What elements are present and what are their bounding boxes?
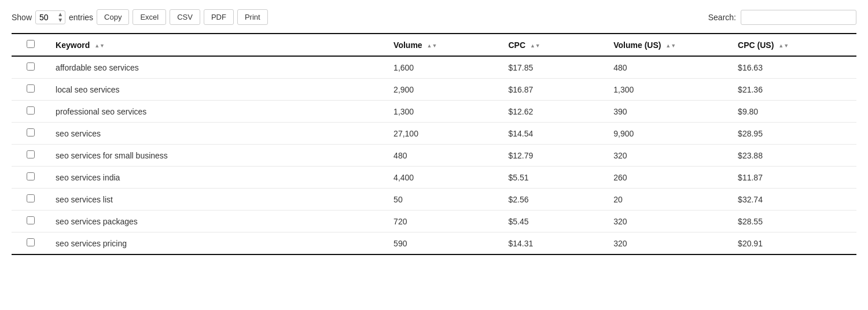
sort-arrows-cpc: ▲▼ [530,43,540,48]
row-checkbox-cell[interactable] [12,167,50,189]
cell-keyword: seo services list [50,189,388,211]
table-header: Keyword ▲▼ Volume ▲▼ CPC ▲▼ Volume (US) … [12,34,856,56]
table-row: seo services for small business480$12.79… [12,145,856,167]
sort-arrows-volume-us: ▲▼ [665,43,676,48]
row-checkbox-cell[interactable] [12,101,50,123]
entries-label: entries [69,13,93,22]
row-checkbox[interactable] [27,216,35,224]
show-label: Show [12,13,32,22]
cell-cpc: $14.54 [502,123,608,145]
cell-cpc: $17.85 [502,56,608,79]
cell-cpc-us: $23.88 [732,145,856,167]
table-body: affordable seo services1,600$17.85480$16… [12,56,856,254]
row-checkbox-cell[interactable] [12,56,50,79]
table-row: seo services packages720$5.45320$28.55 [12,211,856,232]
cell-volume: 590 [388,232,502,255]
row-checkbox-cell[interactable] [12,145,50,167]
row-checkbox-cell[interactable] [12,211,50,232]
sort-arrows-volume: ▲▼ [427,43,437,48]
cell-cpc-us: $28.95 [732,123,856,145]
row-checkbox[interactable] [27,106,35,115]
cell-volume-us: 320 [608,211,732,232]
cell-volume-us: 260 [608,167,732,189]
sort-arrows-keyword: ▲▼ [94,43,105,48]
cell-volume: 27,100 [388,123,502,145]
cell-volume: 720 [388,211,502,232]
search-label: Search: [708,13,736,22]
cell-volume-us: 9,900 [608,123,732,145]
cell-cpc-us: $32.74 [732,189,856,211]
cell-cpc: $5.45 [502,211,608,232]
left-controls: Show 50 10 25 100 ▲▼ entries Copy Excel … [12,9,268,25]
cell-keyword: seo services packages [50,211,388,232]
cell-cpc-us: $11.87 [732,167,856,189]
cell-keyword: seo services india [50,167,388,189]
cell-volume: 50 [388,189,502,211]
right-controls: Search: [708,10,856,25]
cell-keyword: affordable seo services [50,56,388,79]
header-cpc[interactable]: CPC ▲▼ [502,34,608,56]
header-keyword[interactable]: Keyword ▲▼ [50,34,388,56]
cell-volume-us: 480 [608,56,732,79]
header-row: Keyword ▲▼ Volume ▲▼ CPC ▲▼ Volume (US) … [12,34,856,56]
cell-cpc: $16.87 [502,79,608,101]
row-checkbox[interactable] [27,172,35,180]
header-cpc-us[interactable]: CPC (US) ▲▼ [732,34,856,56]
cell-cpc-us: $21.36 [732,79,856,101]
row-checkbox[interactable] [27,238,35,246]
entries-select[interactable]: 50 10 25 100 [35,10,65,24]
row-checkbox[interactable] [27,84,35,93]
row-checkbox-cell[interactable] [12,232,50,255]
table-row: seo services list50$2.5620$32.74 [12,189,856,211]
cell-volume: 2,900 [388,79,502,101]
table-row: local seo services2,900$16.871,300$21.36 [12,79,856,101]
table-row: professional seo services1,300$12.62390$… [12,101,856,123]
cell-cpc: $12.62 [502,101,608,123]
cell-keyword: local seo services [50,79,388,101]
row-checkbox[interactable] [27,150,35,158]
row-checkbox[interactable] [27,128,35,136]
cell-cpc-us: $28.55 [732,211,856,232]
print-button[interactable]: Print [237,9,268,25]
cell-volume-us: 320 [608,145,732,167]
cell-volume-us: 320 [608,232,732,255]
cell-volume-us: 390 [608,101,732,123]
row-checkbox[interactable] [27,194,35,202]
cell-cpc-us: $20.91 [732,232,856,255]
table-row: seo services27,100$14.549,900$28.95 [12,123,856,145]
excel-button[interactable]: Excel [133,9,166,25]
cell-cpc: $2.56 [502,189,608,211]
header-volume[interactable]: Volume ▲▼ [388,34,502,56]
cell-cpc: $14.31 [502,232,608,255]
cell-keyword: seo services [50,123,388,145]
cell-volume: 480 [388,145,502,167]
csv-button[interactable]: CSV [170,9,200,25]
header-volume-us[interactable]: Volume (US) ▲▼ [608,34,732,56]
cell-volume-us: 1,300 [608,79,732,101]
row-checkbox-cell[interactable] [12,79,50,101]
pdf-button[interactable]: PDF [204,9,234,25]
top-controls: Show 50 10 25 100 ▲▼ entries Copy Excel … [12,9,856,25]
entries-select-wrapper[interactable]: 50 10 25 100 ▲▼ [35,10,65,24]
copy-button[interactable]: Copy [97,9,129,25]
cell-keyword: professional seo services [50,101,388,123]
cell-cpc-us: $16.63 [732,56,856,79]
row-checkbox-cell[interactable] [12,123,50,145]
cell-volume: 4,400 [388,167,502,189]
select-all-checkbox[interactable] [27,40,35,48]
cell-volume-us: 20 [608,189,732,211]
cell-volume: 1,600 [388,56,502,79]
keyword-table: Keyword ▲▼ Volume ▲▼ CPC ▲▼ Volume (US) … [12,33,856,255]
header-checkbox-cell[interactable] [12,34,50,56]
search-input[interactable] [741,10,856,25]
cell-volume: 1,300 [388,101,502,123]
cell-keyword: seo services for small business [50,145,388,167]
table-row: affordable seo services1,600$17.85480$16… [12,56,856,79]
row-checkbox-cell[interactable] [12,189,50,211]
cell-cpc: $5.51 [502,167,608,189]
cell-keyword: seo services pricing [50,232,388,255]
table-row: seo services pricing590$14.31320$20.91 [12,232,856,255]
table-row: seo services india4,400$5.51260$11.87 [12,167,856,189]
sort-arrows-cpc-us: ▲▼ [778,43,789,48]
row-checkbox[interactable] [27,62,35,71]
